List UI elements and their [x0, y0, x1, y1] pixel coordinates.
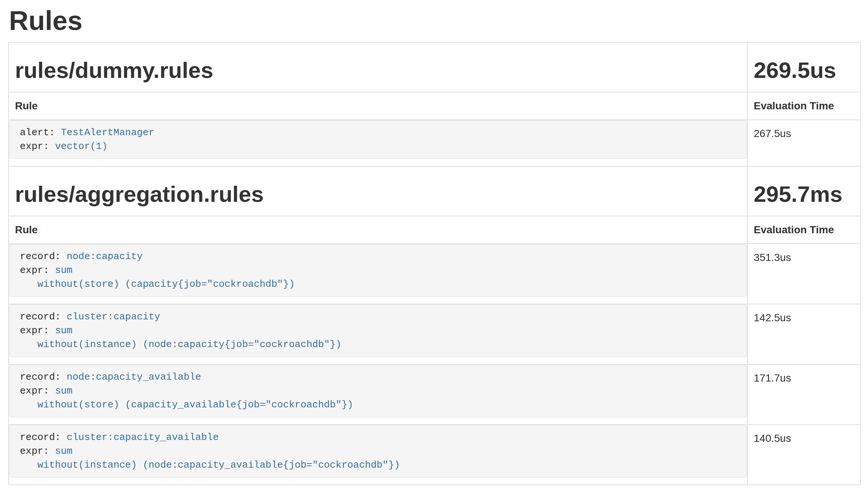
- rule-link[interactable]: sum without(instance) (node:capacity_ava…: [20, 446, 400, 471]
- evaluation-time-column-header: Evaluation Time: [747, 216, 861, 244]
- rule-keyword: expr:: [20, 385, 55, 397]
- rule-cell: alert: TestAlertManager expr: vector(1): [9, 120, 747, 166]
- group-name: rules/dummy.rules: [15, 58, 741, 83]
- group-time-cell: 269.5us: [747, 42, 861, 92]
- group-evaluation-time: 295.7ms: [754, 182, 854, 207]
- rule-column-header: Rule: [9, 92, 747, 120]
- rule-keyword: expr:: [20, 265, 55, 276]
- rule-evaluation-time: 267.5us: [747, 120, 861, 166]
- rule-cell: record: node:capacity expr: sum without(…: [9, 244, 747, 304]
- page-title: Rules: [9, 5, 861, 36]
- rule-link[interactable]: vector(1): [55, 141, 108, 152]
- rule-keyword: record:: [20, 311, 67, 322]
- rule-keyword: record:: [20, 371, 67, 383]
- group-time-cell: 295.7ms: [747, 166, 861, 216]
- rule-link[interactable]: sum without(store) (capacity_available{j…: [20, 385, 353, 410]
- group-evaluation-time: 269.5us: [754, 58, 854, 83]
- rule-cell: record: cluster:capacity_available expr:…: [9, 425, 747, 485]
- rule-evaluation-time: 351.3us: [747, 244, 861, 304]
- rule-definition: record: cluster:capacity expr: sum witho…: [9, 304, 747, 357]
- rule-keyword: expr:: [20, 446, 55, 457]
- rule-definition: record: node:capacity_available expr: su…: [9, 365, 747, 417]
- rule-link[interactable]: sum without(store) (capacity{job="cockro…: [20, 265, 295, 290]
- rule-evaluation-time: 142.5us: [747, 304, 861, 364]
- rule-keyword: expr:: [20, 325, 55, 336]
- rule-keyword: expr:: [20, 141, 55, 152]
- evaluation-time-column-header: Evaluation Time: [747, 92, 861, 120]
- column-header-row: RuleEvaluation Time: [9, 92, 861, 120]
- rule-evaluation-time: 140.5us: [747, 425, 861, 485]
- rule-keyword: record:: [20, 251, 67, 262]
- rule-definition: alert: TestAlertManager expr: vector(1): [9, 120, 747, 159]
- rule-evaluation-time: 171.7us: [747, 364, 861, 425]
- rule-keyword: record:: [20, 432, 67, 443]
- rule-link[interactable]: cluster:capacity: [67, 311, 160, 322]
- rule-column-header: Rule: [9, 216, 747, 244]
- rule-definition: record: node:capacity expr: sum without(…: [9, 244, 747, 297]
- rule-row: record: cluster:capacity_available expr:…: [9, 425, 861, 485]
- rules-table: rules/dummy.rules269.5usRuleEvaluation T…: [8, 42, 861, 485]
- group-name-cell: rules/aggregation.rules: [9, 166, 747, 216]
- rule-link[interactable]: cluster:capacity_available: [67, 432, 219, 443]
- rule-link[interactable]: sum without(instance) (node:capacity{job…: [20, 325, 341, 350]
- rule-link[interactable]: node:capacity_available: [67, 371, 201, 383]
- rule-cell: record: cluster:capacity expr: sum witho…: [9, 304, 747, 364]
- rule-definition: record: cluster:capacity_available expr:…: [9, 425, 747, 478]
- group-name: rules/aggregation.rules: [15, 182, 741, 207]
- group-name-cell: rules/dummy.rules: [9, 42, 747, 92]
- rule-row: record: node:capacity expr: sum without(…: [9, 244, 861, 304]
- rule-keyword: alert:: [20, 127, 61, 138]
- rule-row: record: cluster:capacity expr: sum witho…: [9, 304, 861, 364]
- rule-link[interactable]: node:capacity: [67, 251, 143, 262]
- group-header-row: rules/aggregation.rules295.7ms: [9, 166, 861, 216]
- group-header-row: rules/dummy.rules269.5us: [9, 42, 861, 92]
- rule-link[interactable]: TestAlertManager: [61, 127, 154, 138]
- rule-row: record: node:capacity_available expr: su…: [9, 364, 861, 425]
- column-header-row: RuleEvaluation Time: [9, 216, 861, 244]
- rule-row: alert: TestAlertManager expr: vector(1)2…: [9, 120, 861, 166]
- rule-groups: rules/dummy.rules269.5usRuleEvaluation T…: [9, 42, 861, 485]
- rules-page: Rules rules/dummy.rules269.5usRuleEvalua…: [0, 5, 868, 485]
- rule-cell: record: node:capacity_available expr: su…: [9, 364, 747, 425]
